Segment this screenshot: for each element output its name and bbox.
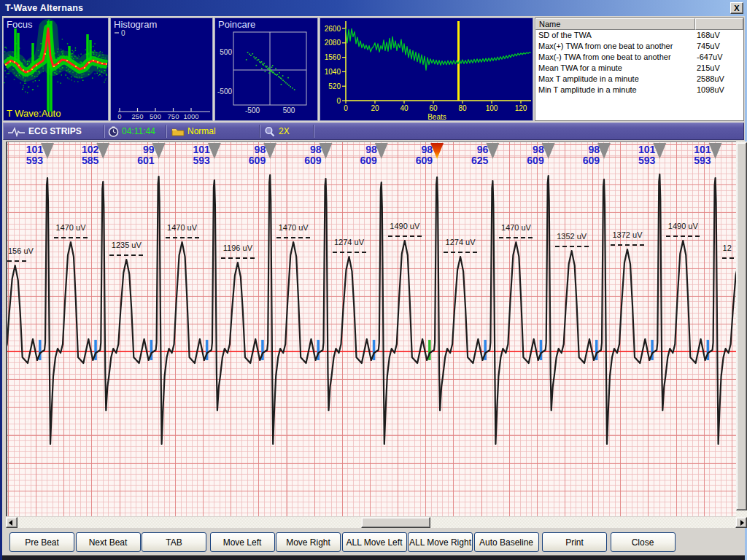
all-move-right-button[interactable]: ALL Move Right	[408, 532, 473, 552]
beat-hr: 98	[214, 144, 266, 155]
vertical-scrollbar[interactable]	[736, 141, 747, 517]
stats-rows: SD of the TWA168uVMax(+) TWA from one be…	[535, 30, 743, 96]
print-button[interactable]: Print	[542, 532, 607, 552]
beat-hr: 98	[549, 144, 600, 155]
svg-text:500: 500	[220, 48, 232, 56]
stats-row: Max T amplitude in a minute2588uV	[535, 74, 743, 85]
t-peak-dash-line	[333, 252, 366, 253]
client-area: Focus T Wave:Auto Histogram 002505007501…	[2, 16, 745, 560]
t-amplitude-label: 1490 uV	[372, 222, 438, 230]
histogram-panel: Histogram 002505007501000	[110, 18, 213, 121]
beat-rr: 593	[7, 155, 43, 166]
scroll-right-button[interactable]	[735, 517, 747, 528]
stat-value: 1098uV	[695, 85, 743, 96]
svg-text:40: 40	[400, 104, 409, 112]
stats-table-header: Name	[535, 18, 743, 30]
svg-text:250: 250	[132, 112, 144, 120]
histogram-title: Histogram	[114, 19, 157, 30]
beat-hr-rr-label: 98609	[214, 144, 266, 166]
window-bottom-edge	[2, 553, 745, 560]
stat-name: Min T amplitude in a minute	[535, 85, 695, 96]
close-button[interactable]: Close	[611, 532, 676, 552]
horizontal-scrollbar[interactable]	[6, 517, 747, 528]
stat-value: 745uV	[695, 41, 743, 52]
t-peak-dash-line	[611, 244, 644, 246]
beat-hr: 101	[7, 144, 43, 155]
beat-hr: 98	[271, 144, 322, 155]
beat-rr: 593	[604, 155, 655, 166]
svg-text:0: 0	[117, 112, 121, 120]
clock-icon	[108, 126, 119, 137]
t-peak-dash-line	[666, 236, 700, 237]
move-right-button[interactable]: Move Right	[276, 532, 341, 552]
svg-text:-500: -500	[245, 106, 260, 114]
trend-panel: 26002080156010405200020406080100120Beats	[320, 18, 533, 121]
ecg-strips-toolbar: ECG STRIPS 04:11:44 Normal 2X	[3, 122, 744, 140]
stats-row: SD of the TWA168uV	[535, 30, 743, 41]
focus-plot	[4, 18, 108, 120]
tab-button[interactable]: TAB	[142, 532, 206, 552]
stat-name: Max(+) TWA from one beat to another	[535, 41, 695, 52]
beat-hr-rr-label: 98609	[493, 144, 544, 166]
beat-rr: 593	[159, 155, 210, 166]
t-peak-dash-line	[276, 237, 310, 238]
toolbar-time: 04:11:44	[122, 126, 155, 136]
window-title: T-Wave Alternans	[5, 3, 83, 13]
t-amplitude-label: 1235 uV	[93, 241, 159, 249]
stat-value: 215uV	[695, 63, 743, 74]
stats-header-name[interactable]: Name	[535, 18, 695, 30]
stats-row: Mean TWA for a minute215uV	[535, 63, 743, 74]
beat-rr: 609	[214, 155, 266, 166]
vertical-scrollbar-thumb[interactable]	[736, 142, 747, 510]
t-amplitude-label: 1196 uV	[205, 244, 271, 252]
svg-text:500: 500	[283, 106, 295, 114]
svg-text:1040: 1040	[325, 68, 341, 76]
move-left-button[interactable]: Move Left	[210, 532, 275, 552]
t-amplitude-label: 1470 uV	[150, 223, 215, 232]
scroll-left-button[interactable]	[6, 517, 18, 528]
focus-title: Focus	[7, 19, 32, 30]
svg-text:1000: 1000	[183, 112, 198, 120]
stats-header-value[interactable]	[695, 18, 743, 30]
svg-text:750: 750	[168, 112, 179, 120]
focus-panel: Focus T Wave:Auto	[3, 18, 109, 121]
twa-trend-chart: 26002080156010405200020406080100120Beats	[320, 18, 533, 120]
t-peak-dash-line	[166, 237, 199, 238]
beat-hr-rr-label: 101593	[7, 144, 43, 166]
close-button[interactable]: X	[730, 2, 743, 14]
t-peak-dash-line	[555, 246, 589, 247]
all-move-left-button[interactable]: ALL Move Left	[342, 532, 407, 552]
beat-hr: 98	[493, 144, 544, 155]
ecg-waveform-svg	[7, 142, 736, 516]
app-window: T-Wave Alternans X Focus T Wave:Auto His…	[0, 0, 747, 560]
beat-hr: 96	[437, 144, 488, 155]
stat-value: -647uV	[695, 52, 743, 63]
top-panels: Focus T Wave:Auto Histogram 002505007501…	[3, 18, 744, 121]
svg-text:80: 80	[458, 104, 467, 112]
beat-hr: 98	[382, 144, 433, 155]
histogram-plot: 002505007501000	[111, 18, 212, 120]
t-amplitude-label: 12	[723, 244, 732, 252]
button-bar: Pre BeatNext BeatTABMove LeftMove RightA…	[9, 532, 743, 553]
magnifier-icon	[264, 126, 276, 138]
ecg-strip-area[interactable]: 156 uV1015931470 uV1025851235 uV99601147…	[7, 142, 736, 516]
toolbar-zoom-level: 2X	[279, 126, 290, 136]
horizontal-scrollbar-thumb[interactable]	[361, 517, 430, 528]
beat-rr: 609	[271, 155, 322, 166]
next-beat-button[interactable]: Next Beat	[76, 532, 141, 552]
toolbar-separator	[166, 125, 167, 138]
t-peak-dash-line	[499, 237, 533, 238]
t-peak-dash-line	[221, 257, 255, 259]
focus-mode-label: T Wave:Auto	[7, 108, 61, 119]
t-amplitude-label: 1274 uV	[317, 238, 382, 246]
ecg-strip-region: 156 uV1015931470 uV1025851235 uV99601147…	[6, 141, 736, 516]
poincare-title: Poincare	[218, 19, 255, 30]
t-peak-dash-line	[109, 254, 143, 256]
t-amplitude-label: 1372 uV	[595, 230, 660, 239]
auto-baseline-button[interactable]: Auto Baseline	[474, 532, 539, 552]
ecg-waveform-path	[7, 174, 736, 444]
pre-beat-button[interactable]: Pre Beat	[9, 532, 74, 552]
t-amplitude-label: 1490 uV	[650, 222, 716, 230]
beat-hr-rr-label: 96625	[437, 144, 488, 166]
t-peak-dash-line	[388, 236, 422, 237]
